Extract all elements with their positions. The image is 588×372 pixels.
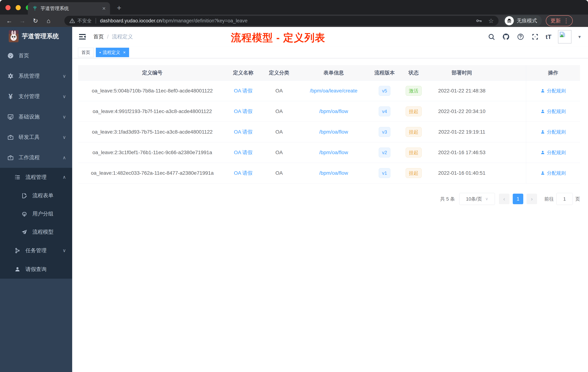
sidebar-item-label: 工作流程 (19, 154, 40, 161)
home-icon[interactable]: ⌂ (44, 17, 53, 25)
select-caret-icon: ∨ (485, 197, 488, 201)
list-icon (13, 174, 22, 180)
chevron-down-icon: ∨ (63, 114, 66, 120)
column-header: 操作 (526, 65, 580, 80)
update-browser-button[interactable]: 更新 ⋮ (546, 15, 573, 26)
tag-label: 流程定义 (103, 50, 120, 55)
sidebar-item-label: 请假查询 (25, 266, 47, 273)
table-row: oa_leave:2:3c1f0ef1-76b1-11ec-9c66-a2380… (78, 142, 580, 163)
user-avatar[interactable] (558, 30, 571, 44)
sidebar-item-process-model[interactable]: 流程模型 (0, 223, 72, 241)
definition-category: OA (260, 129, 298, 135)
definition-name-link[interactable]: OA 请假 (234, 149, 252, 156)
forward-icon[interactable]: → (18, 17, 27, 25)
form-link[interactable]: /bpm/oa/leave/create (310, 88, 357, 94)
form-link[interactable]: /bpm/oa/flow (319, 170, 348, 176)
github-icon[interactable] (502, 33, 510, 41)
chevron-up-icon: ∧ (63, 155, 66, 161)
deploy-time: 2022-01-22 19:19:11 (427, 129, 496, 135)
form-link[interactable]: /bpm/oa/flow (319, 129, 348, 135)
not-secure-label[interactable]: 不安全 (77, 18, 92, 24)
form-link[interactable]: /bpm/oa/flow (319, 150, 348, 155)
update-label: 更新 (551, 17, 561, 24)
gear-icon (6, 73, 15, 79)
page-number-button[interactable]: 1 (513, 194, 523, 204)
omnibox-divider (96, 18, 96, 23)
address-bar[interactable]: 不安全 dashboard.yudao.iocoder.cn/bpm/manag… (64, 16, 499, 26)
chevron-down-icon: ∨ (63, 248, 66, 253)
browser-window: 芋道管理系统 × + ← → ↻ ⌂ 不安全 dashboard.yudao.i… (0, 0, 588, 372)
close-window-button[interactable] (5, 5, 10, 10)
definition-name-link[interactable]: OA 请假 (234, 170, 252, 176)
tag-process-definition[interactable]: ● 流程定义 × (96, 48, 129, 57)
assign-rule-link[interactable]: 分配规则 (540, 170, 566, 176)
sidebar-item-home[interactable]: 首页 (0, 45, 72, 66)
breadcrumb-home[interactable]: 首页 (93, 33, 104, 40)
favicon-plant-icon (32, 6, 38, 11)
help-icon[interactable] (516, 33, 525, 41)
table-row: oa_leave:4:991f2193-7b7f-11ec-a3c8-acde4… (78, 101, 580, 122)
definition-name-link[interactable]: OA 请假 (234, 87, 252, 94)
chevron-up-icon: ∧ (63, 174, 66, 180)
definition-name-link[interactable]: OA 请假 (234, 108, 252, 115)
column-header: 状态 (400, 69, 427, 76)
sidebar: 芋道管理系统 首页 系统管理 ∨ ¥ (0, 27, 72, 372)
goto-page-input[interactable] (556, 193, 573, 205)
definition-category: OA (260, 109, 298, 114)
sidebar-collapse-icon[interactable] (78, 33, 87, 41)
column-header: 定义分类 (260, 69, 298, 76)
not-secure-warning-icon (69, 18, 75, 24)
page-size-select[interactable]: 10条/页 ∨ (459, 193, 495, 205)
sidebar-item-task-management[interactable]: 任务管理 ∨ (0, 241, 72, 260)
font-size-icon[interactable]: tT (546, 33, 551, 40)
sidebar-item-workflow[interactable]: 工作流程 ∧ (0, 147, 72, 168)
main-area: 流程模型 - 定义列表 首页 / 流程定义 (72, 27, 588, 372)
sidebar-item-label: 流程管理 (25, 174, 47, 181)
sidebar-item-process-management[interactable]: 流程管理 ∧ (0, 168, 72, 186)
definition-id: oa_leave:1:482ec033-762a-11ec-8477-a2380… (78, 170, 226, 176)
assign-rule-link[interactable]: 分配规则 (540, 129, 566, 135)
url-domain: dashboard.yudao.iocoder.cn (100, 18, 162, 23)
assign-rule-link[interactable]: 分配规则 (540, 108, 566, 115)
search-icon[interactable] (487, 33, 495, 41)
browser-tab[interactable]: 芋道管理系统 × (28, 2, 110, 15)
url-path: /bpm/manager/definition?key=oa_leave (162, 18, 247, 23)
sidebar-item-payment[interactable]: ¥ 支付管理 ∨ (0, 86, 72, 107)
new-tab-button[interactable]: + (115, 4, 123, 12)
incognito-icon (505, 16, 514, 25)
sidebar-item-leave-query[interactable]: 请假查询 (0, 260, 72, 279)
tab-title: 芋道管理系统 (41, 5, 102, 12)
assign-rule-link[interactable]: 分配规则 (540, 149, 566, 156)
assign-rule-link[interactable]: 分配规则 (540, 88, 566, 94)
breadcrumb: 首页 / 流程定义 (93, 33, 133, 40)
form-link[interactable]: /bpm/oa/flow (319, 109, 348, 114)
sidebar-item-system[interactable]: 系统管理 ∨ (0, 66, 72, 86)
definition-id: oa_leave:2:3c1f0ef1-76b1-11ec-9c66-a2380… (78, 150, 226, 155)
avatar-caret-icon[interactable]: ▾ (578, 34, 581, 40)
tag-home[interactable]: 首页 (78, 48, 94, 57)
definition-name-link[interactable]: OA 请假 (234, 129, 252, 135)
sidebar-item-infrastructure[interactable]: 基础设施 ∨ (0, 107, 72, 127)
minimize-window-button[interactable] (16, 5, 21, 10)
menu-kebab-icon[interactable]: ⋮ (563, 17, 569, 24)
tab-close-icon[interactable]: × (102, 5, 106, 11)
form-edit-icon (20, 193, 29, 199)
sidebar-item-process-form[interactable]: 流程表单 (0, 186, 72, 205)
version-tag: v2 (379, 148, 390, 157)
definition-category: OA (260, 170, 298, 176)
prev-page-button[interactable]: ‹ (499, 194, 509, 204)
definition-id: oa_leave:3:1fad3d93-7b75-11ec-a3c8-acde4… (78, 129, 226, 135)
next-page-button[interactable]: › (526, 194, 537, 204)
tag-close-icon[interactable]: × (123, 50, 126, 55)
bookmark-star-icon[interactable]: ☆ (488, 17, 494, 24)
definition-category: OA (260, 150, 298, 155)
tree-branch-icon (13, 248, 22, 254)
sidebar-item-dev-tools[interactable]: 研发工具 ∨ (0, 127, 72, 147)
sidebar-item-user-group[interactable]: 用户分组 (0, 205, 72, 223)
fullscreen-icon[interactable] (531, 33, 539, 41)
app-logo-row[interactable]: 芋道管理系统 (0, 27, 72, 45)
key-icon[interactable] (476, 17, 482, 24)
back-icon[interactable]: ← (5, 17, 13, 25)
reload-icon[interactable]: ↻ (31, 17, 40, 25)
chevron-down-icon: ∨ (63, 134, 66, 140)
